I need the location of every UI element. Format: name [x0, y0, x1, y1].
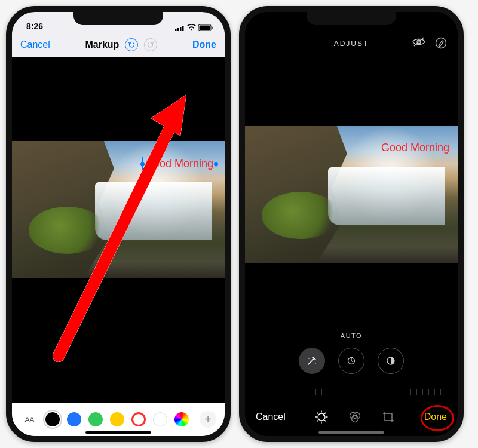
- resize-handle-right[interactable]: [214, 162, 218, 166]
- color-swatch-yellow[interactable]: [110, 412, 124, 426]
- markup-navbar: Cancel Markup Done: [12, 32, 225, 57]
- svg-line-25: [317, 421, 318, 421]
- add-markup-button[interactable]: +: [200, 411, 216, 428]
- markup-canvas[interactable]: Good Morning: [12, 57, 225, 403]
- svg-point-18: [318, 413, 325, 421]
- color-picker-button[interactable]: [174, 412, 189, 426]
- svg-rect-1: [177, 28, 179, 31]
- cancel-button[interactable]: Cancel: [256, 412, 286, 422]
- auto-enhance-dial[interactable]: [299, 348, 325, 374]
- adjust-screen: ADJUST Good Morning AUTO: [245, 12, 458, 436]
- auto-label: AUTO: [245, 332, 458, 339]
- svg-point-13: [315, 363, 316, 364]
- edited-photo: Good Morning: [245, 126, 458, 263]
- adjust-tab-icon[interactable]: [315, 410, 328, 424]
- status-time: 8:26: [26, 22, 43, 31]
- svg-point-11: [436, 38, 446, 48]
- cellular-icon: [175, 25, 185, 31]
- svg-line-7: [59, 118, 174, 356]
- device-notch: [307, 12, 396, 25]
- color-swatch-white[interactable]: [153, 412, 167, 426]
- svg-rect-2: [180, 27, 182, 31]
- battery-icon: [198, 24, 213, 31]
- exposure-dial[interactable]: [338, 348, 364, 374]
- color-swatch-green[interactable]: [88, 412, 103, 426]
- redo-button: [144, 38, 157, 51]
- adjust-canvas[interactable]: Good Morning: [245, 54, 458, 329]
- cancel-button[interactable]: Cancel: [20, 39, 50, 50]
- phone-markup: 8:26 Cancel Markup: [6, 6, 231, 442]
- svg-point-27: [323, 415, 324, 416]
- markup-title: Markup: [85, 39, 119, 50]
- svg-point-12: [308, 358, 310, 359]
- adjust-slider-ticks[interactable]: [262, 380, 441, 395]
- adjust-title: ADJUST: [334, 39, 369, 48]
- phone-adjust: ADJUST Good Morning AUTO: [239, 6, 464, 442]
- markup-screen: 8:26 Cancel Markup: [12, 12, 225, 436]
- markup-entry-icon[interactable]: [435, 37, 447, 49]
- svg-line-24: [324, 421, 325, 421]
- adjust-controls: AUTO: [245, 329, 458, 398]
- brilliance-dial[interactable]: [378, 348, 404, 374]
- text-style-button[interactable]: AA: [20, 415, 38, 424]
- color-swatch-red[interactable]: [131, 412, 146, 426]
- tutorial-arrow-icon: [48, 86, 203, 367]
- done-button[interactable]: Done: [424, 412, 447, 422]
- filters-tab-icon[interactable]: [348, 410, 361, 424]
- undo-button[interactable]: [125, 38, 138, 51]
- svg-rect-6: [212, 27, 213, 29]
- adjust-bottom-bar: Cancel Done: [245, 398, 458, 436]
- adjust-dial-row: [245, 348, 458, 374]
- svg-line-26: [324, 413, 325, 413]
- crop-tab-icon[interactable]: [382, 410, 395, 424]
- color-swatch-blue[interactable]: [67, 412, 81, 426]
- visibility-off-icon[interactable]: [412, 37, 425, 49]
- svg-rect-3: [182, 26, 184, 31]
- wifi-icon: [187, 24, 196, 31]
- done-button[interactable]: Done: [192, 39, 216, 50]
- svg-rect-0: [175, 29, 177, 31]
- status-icons: [175, 24, 213, 31]
- svg-rect-5: [200, 26, 210, 30]
- color-swatch-black[interactable]: [45, 412, 60, 426]
- home-indicator[interactable]: [85, 431, 151, 434]
- device-notch: [73, 12, 163, 25]
- svg-line-16: [351, 361, 353, 362]
- svg-line-23: [317, 413, 318, 413]
- home-indicator[interactable]: [318, 431, 384, 434]
- markup-text-content: Good Morning: [381, 142, 449, 154]
